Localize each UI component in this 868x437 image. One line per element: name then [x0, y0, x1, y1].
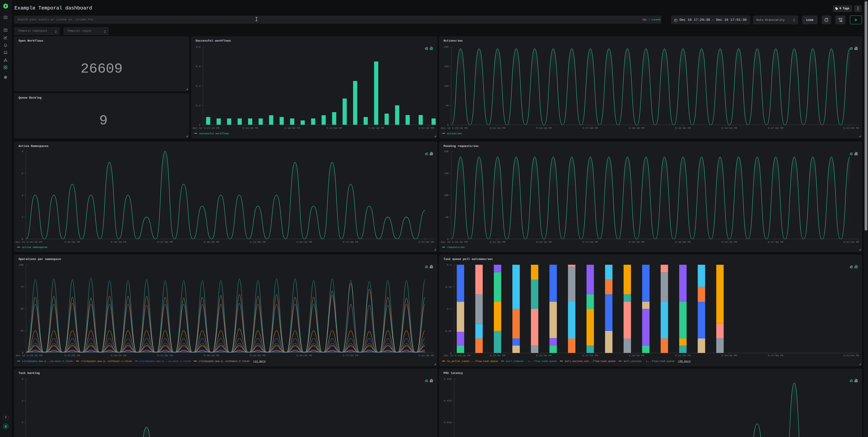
svg-text:5:42:00 PM: 5:42:00 PM: [327, 127, 342, 129]
svg-text:action/sec: action/sec: [447, 132, 462, 135]
svg-text:200: 200: [444, 45, 449, 49]
svg-text:+12 more: +12 more: [253, 360, 266, 363]
svg-text:poll_timeout · c..-flow-task-q: poll_timeout · c..-flow-task-queue: [506, 360, 557, 363]
svg-text:75: 75: [20, 285, 24, 288]
svg-text:5:39:30 PM: 5:39:30 PM: [204, 241, 219, 244]
svg-text:5:44:30 PM: 5:44:30 PM: [721, 127, 737, 129]
svg-text:2: 2: [22, 216, 23, 219]
svg-text:+56 more: +56 more: [678, 360, 690, 363]
svg-text:poll_success_syn..-flow-task-q: poll_success_syn..-flow-task-queue: [565, 360, 616, 363]
svg-text:5:51:00 PM: 5:51:00 PM: [843, 354, 859, 357]
svg-text:clickpipes-aws-p..outheast-2.l: clickpipes-aws-p..outheast-2.l2c4n: [81, 360, 131, 363]
svg-text:3: 3: [22, 399, 23, 402]
svg-text:5:38:00 PM: 5:38:00 PM: [284, 127, 300, 129]
svg-text:5:51:00 PM: 5:51:00 PM: [418, 241, 434, 244]
svg-text:0.4: 0.4: [196, 85, 200, 88]
svg-text:0: 0: [22, 238, 23, 241]
svg-text:5:34:30 PM: 5:34:30 PM: [536, 241, 552, 244]
svg-text:0: 0: [22, 351, 24, 354]
svg-text:5:44:30 PM: 5:44:30 PM: [296, 241, 312, 244]
svg-text:8: 8: [22, 150, 23, 153]
svg-text:0: 0: [199, 123, 200, 126]
svg-text:clickpipes-aws-p..-us-east-2.l: clickpipes-aws-p..-us-east-2.l2c4n: [22, 360, 73, 363]
svg-text:5:32:00 PM: 5:32:00 PM: [490, 127, 505, 129]
svg-text:0.05: 0.05: [445, 330, 452, 333]
svg-text:4: 4: [22, 194, 23, 197]
svg-text:Dec 16 5:29:30 PM: Dec 16 5:29:30 PM: [441, 127, 467, 129]
svg-text:clickpipes-aws-p..outheast-2.l: clickpipes-aws-p..outheast-2.l2c4n: [199, 360, 249, 363]
svg-text:0.029: 0.029: [444, 399, 452, 402]
svg-text:0.8: 0.8: [196, 45, 200, 49]
svg-text:5:42:00 PM: 5:42:00 PM: [250, 354, 266, 357]
svg-text:active namespaces: active namespaces: [22, 246, 48, 249]
svg-text:0.2: 0.2: [196, 104, 200, 107]
svg-text:0.2: 0.2: [447, 263, 452, 266]
svg-text:0: 0: [447, 238, 449, 241]
svg-text:5:51:00 PM: 5:51:00 PM: [418, 354, 434, 357]
svg-text:5:42:00 PM: 5:42:00 PM: [250, 241, 266, 244]
svg-text:0.038: 0.038: [444, 378, 452, 380]
svg-text:5:44:30 PM: 5:44:30 PM: [721, 241, 737, 244]
svg-text:5:44:30 PM: 5:44:30 PM: [296, 354, 312, 357]
svg-text:10K: 10K: [444, 194, 449, 197]
svg-text:0.1: 0.1: [447, 308, 452, 310]
svg-text:2: 2: [22, 421, 23, 424]
svg-text:100: 100: [19, 263, 24, 266]
svg-text:requests/sec: requests/sec: [447, 246, 465, 249]
svg-text:5:37:00 PM: 5:37:00 PM: [582, 241, 598, 244]
svg-text:5:34:30 PM: 5:34:30 PM: [111, 241, 126, 244]
svg-text:poll_success · c..-flow-task-q: poll_success · c..-flow-task-queue: [624, 360, 674, 363]
svg-text:5:39:30 PM: 5:39:30 PM: [204, 354, 219, 357]
svg-text:0.6: 0.6: [196, 65, 200, 68]
svg-text:15K: 15K: [444, 172, 449, 175]
svg-text:5:34:30 PM: 5:34:30 PM: [536, 127, 552, 129]
svg-text:5:37:00 PM: 5:37:00 PM: [582, 127, 598, 129]
svg-text:5:42:00 PM: 5:42:00 PM: [675, 127, 690, 129]
svg-text:4: 4: [22, 378, 23, 380]
svg-text:50: 50: [445, 104, 449, 107]
svg-text:25: 25: [20, 329, 24, 332]
svg-text:5:51:00 PM: 5:51:00 PM: [843, 127, 859, 129]
svg-text:5:47:00 PM: 5:47:00 PM: [768, 127, 783, 129]
svg-text:5:39:30 PM: 5:39:30 PM: [629, 241, 644, 244]
svg-text:150: 150: [444, 65, 449, 68]
svg-text:5:47:00 PM: 5:47:00 PM: [343, 241, 358, 244]
svg-text:Dec 16 5:29:30 PM: Dec 16 5:29:30 PM: [444, 354, 470, 357]
svg-text:50: 50: [20, 307, 24, 310]
svg-text:5:47:00 PM: 5:47:00 PM: [768, 241, 783, 244]
svg-text:5:51:00 PM: 5:51:00 PM: [418, 127, 434, 129]
svg-text:no_poller_tasks ..-flow-task-q: no_poller_tasks ..-flow-task-queue: [447, 360, 498, 363]
svg-text:20K: 20K: [444, 150, 449, 153]
svg-text:Dec 16 5:29:30 PM: Dec 16 5:29:30 PM: [16, 354, 42, 357]
svg-text:successful workflows: successful workflows: [199, 132, 229, 135]
svg-text:0: 0: [447, 123, 449, 126]
svg-text:100: 100: [444, 85, 449, 88]
svg-text:Dec 16 5:29:30 PM: Dec 16 5:29:30 PM: [193, 127, 219, 129]
svg-text:5:37:00 PM: 5:37:00 PM: [157, 354, 173, 357]
svg-text:0.15: 0.15: [445, 285, 452, 288]
svg-text:5:51:00 PM: 5:51:00 PM: [843, 241, 859, 244]
svg-text:Dec 16 5:29:30 PM: Dec 16 5:29:30 PM: [16, 241, 42, 244]
svg-text:5:47:00 PM: 5:47:00 PM: [343, 354, 358, 357]
svg-text:clickpipes-aws-p..-us-east-1.l: clickpipes-aws-p..-us-east-1.l2c4n: [140, 360, 191, 363]
svg-text:0.019: 0.019: [444, 421, 452, 424]
svg-text:5:46:00 PM: 5:46:00 PM: [368, 127, 384, 129]
svg-text:5:34:00 PM: 5:34:00 PM: [242, 127, 258, 129]
svg-text:6: 6: [22, 172, 23, 175]
svg-text:5K: 5K: [445, 216, 449, 219]
svg-text:5:32:00 PM: 5:32:00 PM: [64, 354, 80, 357]
svg-text:5:39:30 PM: 5:39:30 PM: [629, 127, 644, 129]
svg-text:Dec 16 5:29:30 PM: Dec 16 5:29:30 PM: [441, 241, 467, 244]
svg-text:5:32:00 PM: 5:32:00 PM: [64, 241, 80, 244]
svg-text:5:37:00 PM: 5:37:00 PM: [157, 241, 173, 244]
svg-text:5:42:00 PM: 5:42:00 PM: [675, 241, 690, 244]
svg-text:5:34:30 PM: 5:34:30 PM: [111, 354, 126, 357]
svg-text:5:32:00 PM: 5:32:00 PM: [490, 241, 505, 244]
